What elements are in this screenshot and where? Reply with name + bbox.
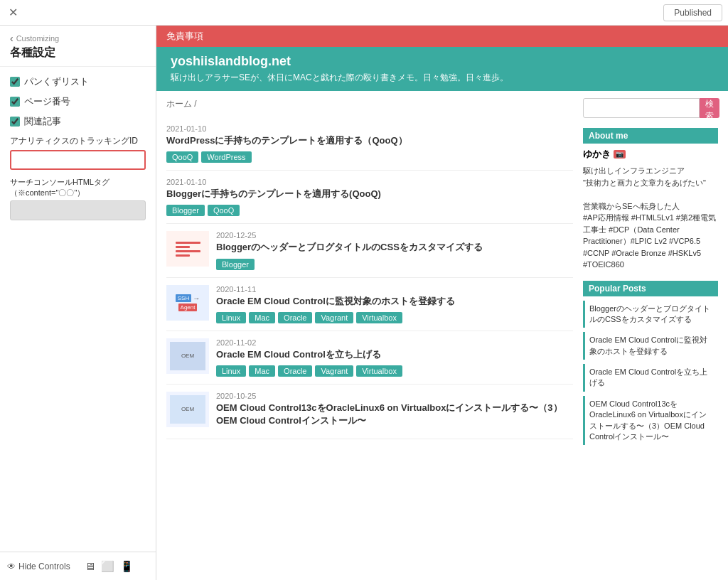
back-button[interactable]: ‹ Customizing bbox=[10, 33, 146, 44]
post-item: SSH → Agent 2020-11-11 Oracle EM Cloud C… bbox=[166, 278, 573, 331]
close-icon: ✕ bbox=[9, 6, 18, 19]
post-item: 2021-01-10 WordPressに手持ちのテンプレートを適用する（Qoo… bbox=[166, 117, 573, 171]
post-date: 2020-11-11 bbox=[216, 285, 573, 294]
post-date: 2021-01-10 bbox=[166, 124, 573, 133]
post-thumbnail: OEM bbox=[166, 338, 209, 374]
post-main: 2021-01-10 Bloggerに手持ちのテンプレートを適用する(QooQ)… bbox=[166, 178, 573, 216]
post-title[interactable]: OEM Cloud Control13cをOracleLinux6 on Vir… bbox=[216, 402, 573, 427]
top-bar: ✕ Published bbox=[0, 0, 728, 26]
checkbox-related: 関連記事 bbox=[10, 115, 146, 128]
close-button[interactable]: ✕ bbox=[0, 0, 26, 26]
analytics-input[interactable] bbox=[10, 150, 146, 170]
post-item: 2020-12-25 BloggerのヘッダーとブログタイトルのCSSをカスタマ… bbox=[166, 224, 573, 277]
tablet-icon[interactable]: ⬜ bbox=[101, 560, 114, 573]
breadcrumb-label: パンくずリスト bbox=[24, 75, 89, 88]
search-bar: 検索 bbox=[583, 98, 718, 118]
popular-title: Popular Posts bbox=[583, 281, 718, 296]
tag[interactable]: Virtualbox bbox=[356, 312, 402, 323]
analytics-label: アナリティクスのトラッキングID bbox=[10, 135, 146, 147]
popular-item[interactable]: Oracle EM Cloud Controlに監視対象のホストを登録する bbox=[583, 332, 718, 360]
about-icon: 📷 bbox=[614, 150, 626, 159]
tag[interactable]: Virtualbox bbox=[356, 365, 402, 377]
tag[interactable]: Linux bbox=[216, 312, 246, 323]
page-number-label: ページ番号 bbox=[24, 95, 70, 108]
device-icons: 🖥 ⬜ 📱 bbox=[85, 560, 134, 573]
tag[interactable]: Vagrant bbox=[315, 312, 353, 323]
post-title[interactable]: Oracle EM Cloud Controlに監視対象のホストを登録する bbox=[216, 295, 573, 308]
tag[interactable]: Vagrant bbox=[315, 365, 353, 377]
post-main: 2020-10-25 OEM Cloud Control13cをOracleLi… bbox=[216, 392, 573, 431]
popular-section: Popular Posts BloggerのヘッダーとブログタイトルのCSSをカ… bbox=[583, 281, 718, 446]
main-layout: ‹ Customizing 各種設定 パンくずリスト ページ番号 関連記事 アナ… bbox=[0, 26, 728, 580]
post-tags: Blogger bbox=[216, 259, 573, 270]
published-button[interactable]: Published bbox=[663, 4, 722, 21]
about-text: 駆け出しインフラエンジニア "技術力と画力と文章力をあげたい" 営業職からSEへ… bbox=[583, 165, 718, 271]
search-button[interactable]: 検索 bbox=[700, 98, 719, 118]
popular-item[interactable]: Oracle EM Cloud Controlを立ち上げる bbox=[583, 364, 718, 392]
site-subtitle: 駆け出しアラサーSEが、休日にMACと戯れた際の殴り書きメモ。日々勉強。日々進歩… bbox=[171, 72, 714, 84]
post-title[interactable]: Oracle EM Cloud Controlを立ち上げる bbox=[216, 348, 573, 361]
post-thumbnail bbox=[166, 231, 209, 267]
checkbox-page-number: ページ番号 bbox=[10, 95, 146, 108]
post-date: 2020-11-02 bbox=[216, 338, 573, 347]
post-main: 2020-11-11 Oracle EM Cloud Controlに監視対象の… bbox=[216, 285, 573, 323]
post-thumbnail: SSH → Agent bbox=[166, 285, 209, 321]
post-title[interactable]: BloggerのヘッダーとブログタイトルのCSSをカスタマイズする bbox=[216, 241, 573, 254]
tag[interactable]: Linux bbox=[216, 365, 246, 377]
page-number-checkbox[interactable] bbox=[10, 97, 20, 107]
customizing-label: Customizing bbox=[16, 34, 60, 43]
popular-item[interactable]: OEM Cloud Control13cをOracleLinux6 on Vir… bbox=[583, 396, 718, 446]
search-console-input[interactable] bbox=[10, 200, 146, 220]
post-tags: QooQ WordPress bbox=[166, 151, 573, 163]
popular-item[interactable]: BloggerのヘッダーとブログタイトルのCSSをカスタマイズする bbox=[583, 301, 718, 328]
tag[interactable]: Blogger bbox=[216, 259, 255, 270]
tag[interactable]: Mac bbox=[249, 312, 275, 323]
about-name-text: ゆかき bbox=[583, 148, 611, 161]
post-title[interactable]: WordPressに手持ちのテンプレートを適用する（QooQ） bbox=[166, 134, 573, 147]
mobile-icon[interactable]: 📱 bbox=[120, 560, 134, 573]
tag[interactable]: Blogger bbox=[166, 205, 205, 216]
panel-title: 各種設定 bbox=[10, 45, 146, 60]
about-title: About me bbox=[583, 128, 718, 144]
left-panel: ‹ Customizing 各種設定 パンくずリスト ページ番号 関連記事 アナ… bbox=[0, 26, 156, 580]
panel-content: パンくずリスト ページ番号 関連記事 アナリティクスのトラッキングID サーチコ… bbox=[0, 67, 156, 552]
eye-icon: 👁 bbox=[7, 562, 16, 571]
post-title[interactable]: Bloggerに手持ちのテンプレートを適用する(QooQ) bbox=[166, 188, 573, 200]
post-main: 2020-11-02 Oracle EM Cloud Controlを立ち上げる… bbox=[216, 338, 573, 377]
related-checkbox[interactable] bbox=[10, 117, 20, 127]
tag[interactable]: Oracle bbox=[278, 365, 312, 377]
breadcrumb-checkbox[interactable] bbox=[10, 77, 20, 87]
desktop-icon[interactable]: 🖥 bbox=[85, 560, 95, 573]
post-date: 2020-12-25 bbox=[216, 231, 573, 240]
post-date: 2021-01-10 bbox=[166, 178, 573, 186]
tag[interactable]: QooQ bbox=[208, 205, 240, 216]
tag[interactable]: WordPress bbox=[201, 151, 251, 163]
post-item: OEM 2020-11-02 Oracle EM Cloud Controlを立… bbox=[166, 331, 573, 385]
bottom-bar: 👁 Hide Controls 🖥 ⬜ 📱 bbox=[0, 552, 156, 580]
tag[interactable]: QooQ bbox=[166, 151, 198, 163]
disclaimer-bar: 免責事項 bbox=[156, 26, 728, 47]
related-label: 関連記事 bbox=[24, 115, 61, 128]
hide-controls-button[interactable]: 👁 Hide Controls bbox=[7, 562, 70, 571]
breadcrumb: ホーム / bbox=[166, 98, 573, 110]
about-section: About me ゆかき 📷 駆け出しインフラエンジニア "技術力と画力と文章力… bbox=[583, 128, 718, 271]
post-tags: Linux Mac Oracle Vagrant Virtualbox bbox=[216, 365, 573, 377]
checkbox-breadcrumb: パンくずリスト bbox=[10, 75, 146, 88]
sidebar: 検索 About me ゆかき 📷 駆け出しインフラエンジニア "技術力と画力と… bbox=[583, 98, 718, 455]
preview-area: 免責事項 yoshiislandblog.net 駆け出しアラサーSEが、休日に… bbox=[156, 26, 728, 580]
post-main: 2021-01-10 WordPressに手持ちのテンプレートを適用する（Qoo… bbox=[166, 124, 573, 163]
content-wrapper: ホーム / 2021-01-10 WordPressに手持ちのテンプレートを適用… bbox=[156, 91, 728, 462]
tag[interactable]: Mac bbox=[249, 365, 275, 377]
search-input[interactable] bbox=[583, 98, 700, 118]
site-title: yoshiislandblog.net bbox=[171, 54, 714, 69]
hide-controls-label: Hide Controls bbox=[18, 562, 70, 571]
post-main: 2020-12-25 BloggerのヘッダーとブログタイトルのCSSをカスタマ… bbox=[216, 231, 573, 269]
post-item: OEM 2020-10-25 OEM Cloud Control13cをOrac… bbox=[166, 385, 573, 439]
site-header: yoshiislandblog.net 駆け出しアラサーSEが、休日にMACと戯… bbox=[156, 47, 728, 91]
post-date: 2020-10-25 bbox=[216, 392, 573, 400]
posts-area: ホーム / 2021-01-10 WordPressに手持ちのテンプレートを適用… bbox=[166, 98, 573, 455]
post-tags: Blogger QooQ bbox=[166, 205, 573, 216]
back-arrow-icon: ‹ bbox=[10, 33, 14, 44]
tag[interactable]: Oracle bbox=[278, 312, 312, 323]
post-item: 2021-01-10 Bloggerに手持ちのテンプレートを適用する(QooQ)… bbox=[166, 171, 573, 224]
